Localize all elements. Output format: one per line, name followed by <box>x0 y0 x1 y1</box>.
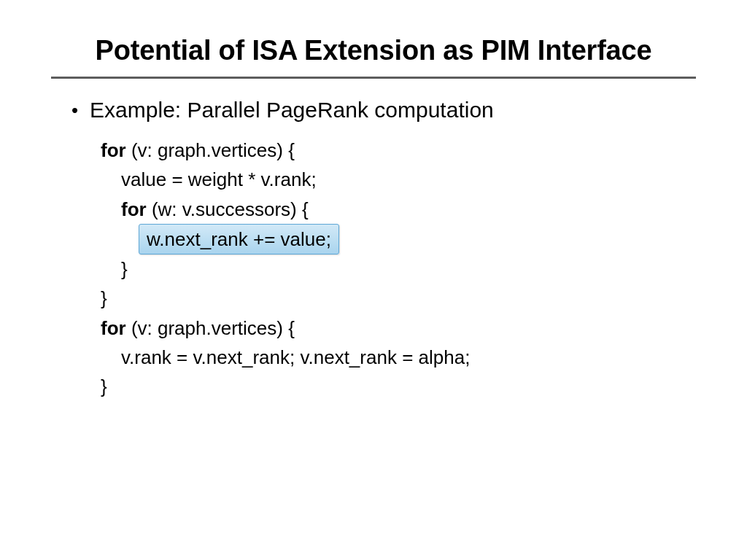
code-line-5: } <box>101 254 696 284</box>
bullet-icon: • <box>71 98 78 122</box>
code-line-6: } <box>101 284 696 313</box>
slide-title: Potential of ISA Extension as PIM Interf… <box>51 35 696 66</box>
bullet-text: Example: Parallel PageRank computation <box>90 98 494 122</box>
code-line-2: value = weight * v.rank; <box>101 165 696 194</box>
title-rule <box>51 77 696 79</box>
code-line-3: for (w: v.successors) { <box>101 195 696 224</box>
code-text: (v: graph.vertices) { <box>126 139 295 161</box>
code-line-7: for (v: graph.vertices) { <box>101 314 696 343</box>
code-text: (w: v.successors) { <box>147 198 309 220</box>
keyword-for: for <box>121 198 147 220</box>
keyword-for: for <box>101 139 126 161</box>
slide-content: • Example: Parallel PageRank computation… <box>51 98 696 402</box>
bullet-item: • Example: Parallel PageRank computation <box>71 98 696 122</box>
code-block: for (v: graph.vertices) { value = weight… <box>101 136 696 402</box>
keyword-for: for <box>101 317 126 339</box>
code-line-8: v.rank = v.next_rank; v.next_rank = alph… <box>101 343 696 372</box>
code-line-1: for (v: graph.vertices) { <box>101 136 696 165</box>
highlight-box: w.next_rank += value; <box>139 224 339 254</box>
slide: Potential of ISA Extension as PIM Interf… <box>0 0 747 560</box>
code-line-9: } <box>101 372 696 401</box>
code-line-4: w.next_rank += value; <box>101 224 696 254</box>
code-text: (v: graph.vertices) { <box>126 317 295 339</box>
